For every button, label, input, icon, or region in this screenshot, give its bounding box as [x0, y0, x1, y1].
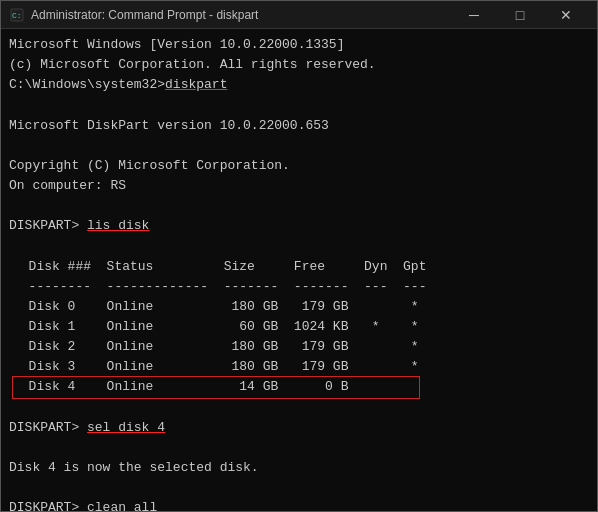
window-title: Administrator: Command Prompt - diskpart	[31, 8, 445, 22]
app-icon: C:	[9, 7, 25, 23]
window: C: Administrator: Command Prompt - diskp…	[0, 0, 598, 512]
blank-line-5	[9, 398, 589, 418]
blank-line-2	[9, 136, 589, 156]
blank-line-4	[9, 236, 589, 256]
table-header-row: Disk ### Status Size Free Dyn Gpt	[13, 257, 589, 277]
prompt-4: DISKPART>	[9, 500, 87, 511]
prompt-2: DISKPART>	[9, 218, 87, 233]
terminal-area[interactable]: Microsoft Windows [Version 10.0.22000.13…	[1, 29, 597, 511]
result-seldisk: Disk 4 is now the selected disk.	[9, 458, 589, 478]
diskpart-cmd: diskpart	[165, 77, 227, 92]
command-diskpart: C:\Windows\system32>diskpart	[9, 75, 589, 95]
blank-line-3	[9, 196, 589, 216]
blank-line-1	[9, 95, 589, 115]
maximize-button[interactable]: □	[497, 1, 543, 29]
table-row-disk4-selected: Disk 4 Online 14 GB 0 B	[13, 377, 419, 397]
output-line-7: Copyright (C) Microsoft Corporation.	[9, 156, 589, 176]
blank-line-6	[9, 438, 589, 458]
output-line-8: On computer: RS	[9, 176, 589, 196]
table-separator-row: -------- ------------- ------- ------- -…	[13, 277, 589, 297]
minimize-button[interactable]: ─	[451, 1, 497, 29]
title-bar: C: Administrator: Command Prompt - diskp…	[1, 1, 597, 29]
prompt-3: DISKPART>	[9, 420, 87, 435]
table-row-disk3: Disk 3 Online 180 GB 179 GB *	[13, 357, 589, 377]
table-row-disk1: Disk 1 Online 60 GB 1024 KB * *	[13, 317, 589, 337]
disk-table: Disk ### Status Size Free Dyn Gpt ------…	[9, 257, 589, 398]
window-controls: ─ □ ✕	[451, 1, 589, 29]
command-seldisk4: DISKPART> sel disk 4	[9, 418, 589, 438]
prompt-1: C:\Windows\system32>	[9, 77, 165, 92]
command-lisdisk: DISKPART> lis disk	[9, 216, 589, 236]
table-row-disk0: Disk 0 Online 180 GB 179 GB *	[13, 297, 589, 317]
close-button[interactable]: ✕	[543, 1, 589, 29]
output-line-5: Microsoft DiskPart version 10.0.22000.65…	[9, 116, 589, 136]
command-cleanall: DISKPART> clean all	[9, 498, 589, 511]
table-row-disk2: Disk 2 Online 180 GB 179 GB *	[13, 337, 589, 357]
output-line-1: Microsoft Windows [Version 10.0.22000.13…	[9, 35, 589, 55]
svg-text:C:: C:	[12, 11, 22, 20]
lisdisk-cmd: lis disk	[87, 218, 149, 233]
seldisk4-cmd: sel disk 4	[87, 420, 165, 435]
cleanall-cmd: clean all	[87, 500, 157, 511]
output-line-2: (c) Microsoft Corporation. All rights re…	[9, 55, 589, 75]
blank-line-7	[9, 478, 589, 498]
